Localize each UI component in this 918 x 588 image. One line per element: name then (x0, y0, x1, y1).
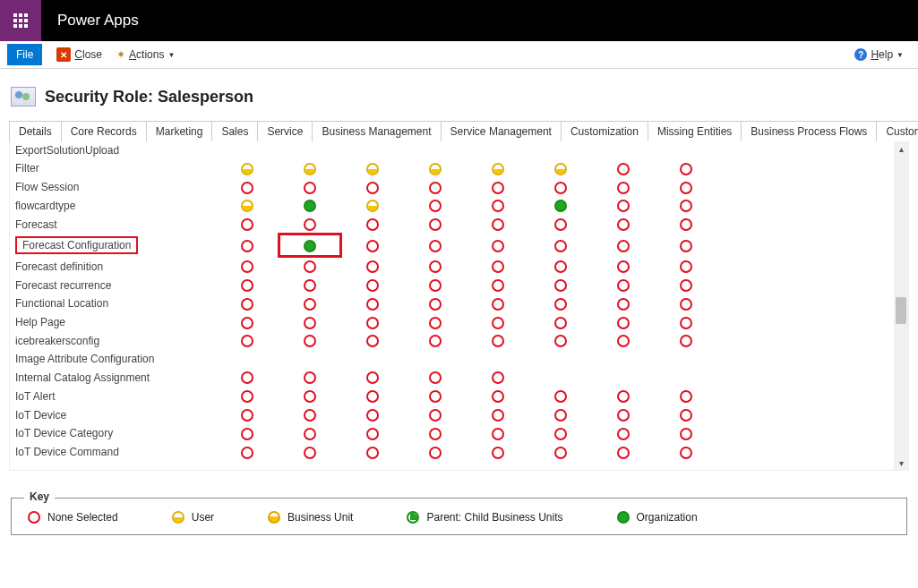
privilege-cell[interactable] (655, 313, 717, 332)
privilege-cell[interactable] (216, 368, 279, 387)
privilege-cell[interactable] (341, 276, 404, 294)
privilege-cell[interactable] (655, 141, 717, 159)
privilege-cell[interactable] (529, 257, 592, 276)
privilege-cell[interactable] (655, 257, 717, 276)
privilege-cell[interactable] (655, 294, 717, 313)
privilege-cell[interactable] (404, 141, 467, 159)
privilege-cell[interactable] (529, 405, 592, 424)
tab-service[interactable]: Service (257, 121, 313, 141)
privilege-cell[interactable] (279, 159, 341, 178)
privilege-cell[interactable] (341, 313, 404, 332)
privilege-cell[interactable] (592, 332, 655, 351)
privilege-cell[interactable] (404, 294, 467, 313)
privilege-cell[interactable] (279, 424, 341, 443)
privilege-cell[interactable] (529, 294, 592, 313)
privilege-cell[interactable] (592, 276, 655, 294)
privilege-cell[interactable] (404, 332, 467, 351)
tab-service-management[interactable]: Service Management (441, 121, 562, 141)
privilege-cell[interactable] (592, 405, 655, 424)
privilege-cell[interactable] (216, 257, 279, 276)
privilege-cell[interactable] (655, 443, 717, 462)
privilege-cell[interactable] (467, 178, 529, 197)
actions-button[interactable]: ✶ Actions ▼ (109, 47, 182, 63)
privilege-cell[interactable] (467, 197, 529, 216)
privilege-cell[interactable] (655, 332, 717, 351)
privilege-cell[interactable] (341, 368, 404, 387)
privilege-cell[interactable] (279, 350, 341, 368)
privilege-cell[interactable] (216, 443, 279, 462)
privilege-cell[interactable] (529, 159, 592, 178)
privilege-cell[interactable] (341, 215, 404, 234)
privilege-cell[interactable] (592, 350, 655, 368)
privilege-cell[interactable] (467, 313, 529, 332)
privilege-cell[interactable] (529, 443, 592, 462)
privilege-cell[interactable] (467, 424, 529, 443)
privilege-cell[interactable] (655, 197, 717, 216)
scrollbar-track[interactable] (894, 156, 908, 456)
tab-custom-entities[interactable]: Custom Entities (876, 121, 918, 141)
privilege-cell[interactable] (279, 197, 341, 216)
privilege-cell[interactable] (655, 215, 717, 234)
tab-missing-entities[interactable]: Missing Entities (648, 121, 742, 141)
privilege-cell[interactable] (341, 197, 404, 216)
close-button[interactable]: ✕ Close (49, 46, 109, 64)
tab-marketing[interactable]: Marketing (146, 121, 213, 141)
privilege-cell[interactable] (279, 443, 341, 462)
privilege-cell[interactable] (216, 178, 279, 197)
app-launcher-icon[interactable] (0, 0, 41, 41)
privilege-cell[interactable] (592, 178, 655, 197)
privilege-cell[interactable] (341, 387, 404, 405)
privilege-cell[interactable] (529, 350, 592, 368)
privilege-cell[interactable] (341, 350, 404, 368)
privilege-cell[interactable] (404, 178, 467, 197)
privilege-cell[interactable] (529, 276, 592, 294)
privilege-cell[interactable] (279, 294, 341, 313)
privilege-cell[interactable] (279, 215, 341, 234)
privilege-cell[interactable] (216, 424, 279, 443)
privilege-cell[interactable] (341, 294, 404, 313)
privilege-cell[interactable] (655, 234, 717, 257)
privilege-cell[interactable] (341, 141, 404, 159)
privilege-cell[interactable] (404, 405, 467, 424)
privilege-cell[interactable] (467, 215, 529, 234)
privilege-cell[interactable] (216, 141, 279, 159)
privilege-cell[interactable] (216, 197, 279, 216)
scroll-down-icon[interactable]: ▾ (894, 456, 908, 470)
file-button[interactable]: File (7, 44, 42, 65)
privilege-cell[interactable] (404, 215, 467, 234)
privilege-cell[interactable] (655, 159, 717, 178)
privilege-cell[interactable] (592, 443, 655, 462)
privilege-cell[interactable] (404, 234, 467, 257)
privilege-cell[interactable] (529, 141, 592, 159)
privilege-cell[interactable] (404, 276, 467, 294)
privilege-cell[interactable] (467, 368, 529, 387)
privilege-cell[interactable] (341, 443, 404, 462)
privilege-cell[interactable] (529, 313, 592, 332)
privilege-cell[interactable] (279, 257, 341, 276)
privilege-cell[interactable] (467, 294, 529, 313)
privilege-cell[interactable] (404, 313, 467, 332)
privilege-cell[interactable] (592, 234, 655, 257)
privilege-cell[interactable] (592, 197, 655, 216)
privilege-cell[interactable] (467, 387, 529, 405)
privilege-cell[interactable] (279, 178, 341, 197)
privilege-cell[interactable] (404, 257, 467, 276)
privilege-cell[interactable] (341, 178, 404, 197)
privilege-cell[interactable] (279, 332, 341, 351)
privilege-cell[interactable] (216, 313, 279, 332)
privilege-cell[interactable] (529, 424, 592, 443)
privilege-cell[interactable] (341, 234, 404, 257)
privilege-cell[interactable] (529, 215, 592, 234)
privilege-cell[interactable] (529, 387, 592, 405)
privilege-cell[interactable] (529, 234, 592, 257)
privilege-cell[interactable] (592, 215, 655, 234)
privilege-cell[interactable] (467, 276, 529, 294)
privilege-cell[interactable] (341, 424, 404, 443)
privilege-cell[interactable] (467, 332, 529, 351)
tab-core-records[interactable]: Core Records (61, 121, 147, 141)
privilege-cell[interactable] (592, 294, 655, 313)
privilege-cell[interactable] (467, 141, 529, 159)
privilege-cell[interactable] (592, 313, 655, 332)
privilege-cell[interactable] (216, 215, 279, 234)
privilege-cell[interactable] (529, 332, 592, 351)
